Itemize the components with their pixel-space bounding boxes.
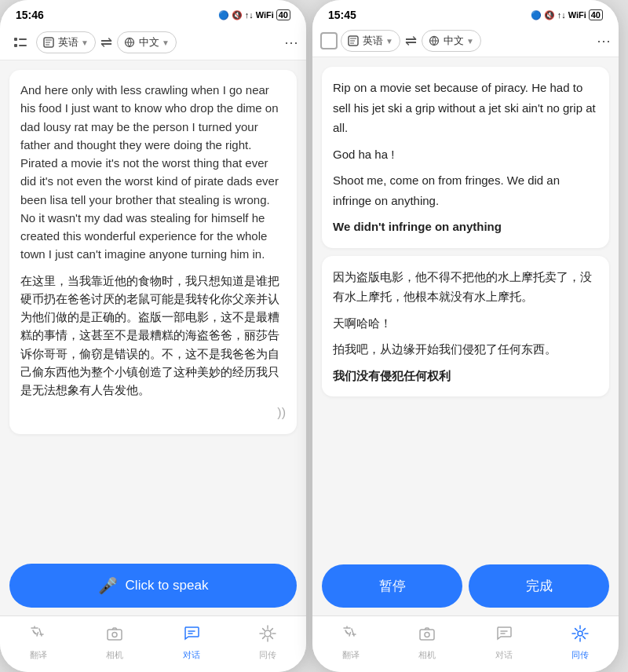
svg-rect-2 <box>19 38 27 40</box>
target-lang-label-left: 中文 <box>139 35 159 49</box>
svg-point-22 <box>425 633 429 637</box>
target-lang-label-right: 中文 <box>444 34 464 48</box>
translated-line-1-right: 因为盗版电影，他不得不把他的水上摩托卖了，没有水上摩托，他根本就没有水上摩托。 <box>333 267 598 307</box>
svg-rect-21 <box>420 630 434 640</box>
bluetooth-icon-right: 🔵 <box>531 10 542 20</box>
chat-icon-left <box>182 624 201 648</box>
wifi-icon-right: WiFi <box>568 10 586 20</box>
nav-simul-label-left: 同传 <box>259 649 276 661</box>
nav-chat-left[interactable]: 对话 <box>153 621 230 664</box>
phone-left: 15:46 🔵 🔇 ↑↓ WiFi 40 <box>0 0 306 672</box>
nav-chat-right[interactable]: 对话 <box>466 621 542 664</box>
nav-camera-right[interactable]: 相机 <box>389 621 466 664</box>
simul-icon-right <box>571 624 590 648</box>
source-lang-arrow-right: ▼ <box>385 37 393 46</box>
nav-simul-label-right: 同传 <box>571 649 589 661</box>
nav-simul-right[interactable]: 同传 <box>542 621 619 664</box>
status-bar-left: 15:46 🔵 🔇 ↑↓ WiFi 40 <box>0 0 306 25</box>
source-lang-arrow-left: ▼ <box>81 38 89 47</box>
original-text-left: And here only with less crawling when I … <box>20 81 286 264</box>
nav-chat-label-left: 对话 <box>183 649 200 661</box>
phone-right: 15:45 🔵 🔇 ↑↓ WiFi 40 英语 ▼ <box>312 0 619 672</box>
toolbar-right: 英语 ▼ ⇌ 中文 ▼ ⋯ <box>312 25 619 57</box>
translated-card-right: 因为盗版电影，他不得不把他的水上摩托卖了，没有水上摩托，他根本就没有水上摩托。 … <box>322 256 609 397</box>
sound-indicator-left: )) <box>20 404 286 423</box>
nav-translate-right[interactable]: 翻译 <box>312 621 389 664</box>
target-lang-btn-left[interactable]: 中文 ▼ <box>117 31 177 53</box>
status-bar-right: 15:45 🔵 🔇 ↑↓ WiFi 40 <box>312 0 619 25</box>
content-area-left: And here only with less crawling when I … <box>0 60 306 556</box>
list-icon-left[interactable] <box>8 30 33 55</box>
original-line-3-right: Shoot me, come on from fringes. We did a… <box>333 170 598 210</box>
original-card-right: Rip on a movie set because of piracy. He… <box>322 67 609 248</box>
original-line-2-right: God ha ha ! <box>333 144 598 165</box>
battery-icon-right: 40 <box>589 9 603 20</box>
content-area-right: Rip on a movie set because of piracy. He… <box>312 57 619 557</box>
status-time-right: 15:45 <box>328 9 356 21</box>
svg-rect-1 <box>14 44 17 47</box>
source-lang-label-right: 英语 <box>363 34 383 48</box>
svg-rect-3 <box>19 45 27 46</box>
translate-icon-left <box>29 624 48 648</box>
nav-simul-left[interactable]: 同传 <box>230 621 307 664</box>
done-button-right[interactable]: 完成 <box>469 564 609 608</box>
translated-text-left: 在这里，当我靠近他的食物时，我只想知道是谁把硬币扔在爸爸讨厌的老鼠可能是我转化你… <box>20 272 286 400</box>
speak-button-label-left: Click to speak <box>126 578 209 593</box>
toolbar-left: 英语 ▼ ⇌ 中文 ▼ ⋯ <box>0 25 306 60</box>
swap-btn-right[interactable]: ⇌ <box>403 32 418 49</box>
dots-btn-left[interactable]: ⋯ <box>284 34 298 51</box>
signal-icon: ↑↓ <box>245 10 254 20</box>
mute-icon: 🔇 <box>232 10 243 20</box>
original-line-1-right: Rip on a movie set because of piracy. He… <box>333 78 598 138</box>
speak-button-left[interactable]: 🎤 Click to speak <box>9 564 297 608</box>
nav-camera-label-right: 相机 <box>418 649 436 661</box>
target-lang-arrow-right: ▼ <box>466 37 474 46</box>
translated-line-2-right: 天啊哈哈！ <box>333 313 598 334</box>
nav-translate-left[interactable]: 翻译 <box>0 621 77 664</box>
camera-icon-left <box>105 624 124 648</box>
nav-camera-label-left: 相机 <box>106 649 123 661</box>
svg-point-11 <box>112 633 117 637</box>
bottom-nav-left: 翻译 相机 <box>0 615 306 672</box>
source-lang-btn-right[interactable]: 英语 ▼ <box>341 30 400 52</box>
status-icons-right: 🔵 🔇 ↑↓ WiFi 40 <box>531 9 603 20</box>
svg-rect-0 <box>14 38 17 41</box>
translate-icon-right <box>341 624 360 648</box>
wifi-icon: WiFi <box>256 10 274 20</box>
original-line-4-right: We didn't infringe on anything <box>333 217 598 237</box>
translated-line-3-right: 拍我吧，从边缘开始我们侵犯了任何东西。 <box>333 339 598 360</box>
nav-translate-label-right: 翻译 <box>342 649 360 661</box>
nav-chat-label-right: 对话 <box>495 649 513 661</box>
nav-translate-label-left: 翻译 <box>30 649 47 661</box>
svg-point-14 <box>265 630 271 637</box>
nav-camera-left[interactable]: 相机 <box>77 621 154 664</box>
svg-point-25 <box>578 631 582 636</box>
speak-mic-icon-left: 🎤 <box>98 576 118 595</box>
signal-icon-right: ↑↓ <box>557 10 566 20</box>
checkbox-right[interactable] <box>320 32 338 49</box>
status-icons-left: 🔵 🔇 ↑↓ WiFi 40 <box>218 9 290 20</box>
target-lang-btn-right[interactable]: 中文 ▼ <box>422 30 481 52</box>
simul-icon-left <box>258 624 277 648</box>
status-time-left: 15:46 <box>16 9 44 21</box>
camera-icon-right <box>418 624 436 648</box>
svg-rect-10 <box>108 630 122 640</box>
swap-btn-left[interactable]: ⇌ <box>99 34 114 51</box>
bluetooth-icon: 🔵 <box>218 10 229 20</box>
translation-card-left: And here only with less crawling when I … <box>9 70 297 434</box>
target-lang-arrow-left: ▼ <box>162 38 170 47</box>
chat-icon-right <box>495 624 513 648</box>
mute-icon-right: 🔇 <box>544 10 555 20</box>
source-lang-btn-left[interactable]: 英语 ▼ <box>36 31 96 53</box>
action-bar-right: 暂停 完成 <box>312 557 619 615</box>
battery-icon: 40 <box>276 9 290 20</box>
pause-button-right[interactable]: 暂停 <box>322 564 462 608</box>
source-lang-label-left: 英语 <box>58 35 78 49</box>
dots-btn-right[interactable]: ⋯ <box>597 32 611 49</box>
translated-line-4-right: 我们没有侵犯任何权利 <box>333 366 598 386</box>
speak-bar-left: 🎤 Click to speak <box>0 556 306 615</box>
bottom-nav-right: 翻译 相机 <box>312 615 619 672</box>
